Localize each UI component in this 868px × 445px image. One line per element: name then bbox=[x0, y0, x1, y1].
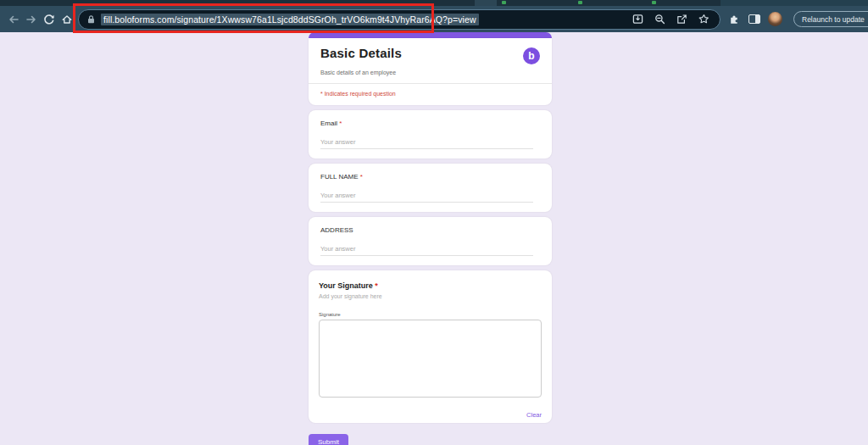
form-subtitle: Basic details of an employee bbox=[320, 70, 540, 75]
back-button[interactable] bbox=[4, 10, 22, 29]
signature-pad[interactable] bbox=[319, 320, 542, 398]
field-label-text: Email bbox=[320, 120, 337, 127]
boloforms-logo-icon: b bbox=[523, 47, 540, 64]
star-icon[interactable] bbox=[698, 14, 709, 25]
relaunch-to-update-button[interactable]: Relaunch to update ⋮ bbox=[793, 11, 868, 27]
download-icon[interactable] bbox=[632, 14, 643, 25]
form-accent-bar bbox=[309, 32, 552, 38]
required-asterisk: * bbox=[337, 120, 342, 127]
back-icon bbox=[8, 14, 19, 25]
required-asterisk: * bbox=[359, 173, 363, 181]
relaunch-label: Relaunch to update bbox=[802, 15, 865, 24]
address-bar-actions bbox=[632, 14, 712, 25]
signature-label: Your Signature * bbox=[319, 281, 542, 290]
signature-card: Your Signature * Add your signature here… bbox=[309, 270, 552, 423]
field-card-full-name: FULL NAME * Your answer bbox=[309, 164, 552, 212]
side-panel-icon[interactable] bbox=[748, 14, 760, 24]
clear-signature-link[interactable]: Clear bbox=[526, 411, 542, 419]
field-label: Email * bbox=[320, 120, 540, 127]
form-title: Basic Details bbox=[320, 46, 402, 60]
form-column: Basic Details b Basic details of an empl… bbox=[309, 32, 552, 445]
clear-row: Clear bbox=[319, 405, 542, 420]
tab-sliver bbox=[721, 0, 868, 6]
field-card-email: Email * Your answer bbox=[309, 110, 552, 159]
signature-hint: Add your signature here bbox=[319, 293, 542, 299]
field-card-address: ADDRESS Your answer bbox=[309, 217, 552, 265]
avatar[interactable] bbox=[768, 12, 782, 26]
field-label-text: ADDRESS bbox=[320, 226, 353, 234]
tab-favicon-dot bbox=[652, 1, 656, 4]
zoom-out-icon[interactable] bbox=[654, 14, 665, 25]
forward-button[interactable] bbox=[22, 10, 40, 29]
email-input[interactable]: Your answer bbox=[320, 138, 533, 149]
forward-icon bbox=[25, 14, 37, 25]
tab-favicon-dot bbox=[578, 1, 582, 4]
signature-pad-label: Signature bbox=[319, 312, 542, 317]
required-note: * Indicates required question bbox=[320, 84, 540, 99]
share-icon[interactable] bbox=[676, 14, 687, 25]
annotation-highlight-box bbox=[73, 3, 434, 33]
page-content: Basic Details b Basic details of an empl… bbox=[0, 32, 868, 445]
reload-icon bbox=[43, 14, 55, 25]
tab-favicon-dot bbox=[502, 1, 506, 4]
reload-button[interactable] bbox=[40, 10, 58, 29]
field-label: ADDRESS bbox=[320, 226, 540, 234]
extensions-puzzle-icon[interactable] bbox=[728, 13, 741, 25]
tab-sliver bbox=[475, 0, 497, 6]
full-name-input[interactable]: Your answer bbox=[320, 192, 533, 203]
signature-label-text: Your Signature bbox=[319, 281, 373, 290]
field-label: FULL NAME * bbox=[320, 173, 540, 181]
required-asterisk: * bbox=[373, 281, 378, 290]
field-label-text: FULL NAME bbox=[320, 173, 359, 181]
submit-button[interactable]: Submit bbox=[309, 434, 348, 445]
form-header-card: Basic Details b Basic details of an empl… bbox=[309, 38, 552, 105]
address-input[interactable]: Your answer bbox=[320, 245, 533, 256]
toolbar-right: Relaunch to update ⋮ bbox=[728, 11, 868, 27]
home-icon bbox=[61, 14, 73, 25]
